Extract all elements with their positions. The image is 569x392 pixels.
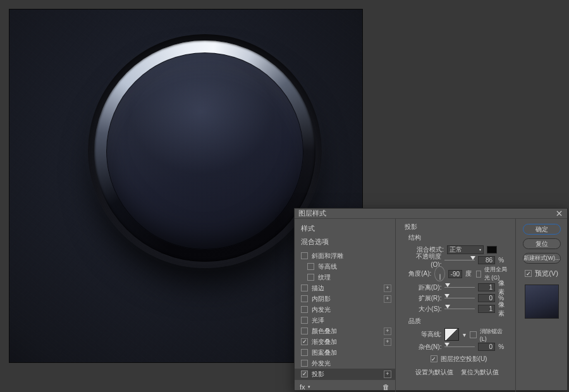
- opacity-slider[interactable]: [444, 257, 475, 264]
- section-drop-shadow: 投影: [405, 223, 509, 231]
- chevron-down-icon: ▾: [308, 384, 310, 389]
- dialog-titlebar[interactable]: 图层样式: [295, 209, 567, 219]
- unit-px: 像素: [498, 300, 509, 318]
- style-checkbox[interactable]: [301, 371, 308, 377]
- distance-input[interactable]: 1: [478, 283, 495, 291]
- style-checkbox[interactable]: [301, 328, 308, 334]
- shadow-color-swatch[interactable]: [487, 246, 497, 254]
- style-label: 外发光: [312, 359, 391, 368]
- unit-degree: 度: [465, 269, 473, 278]
- add-effect-icon[interactable]: +: [384, 295, 391, 303]
- label-opacity: 不透明度(O):: [408, 252, 441, 268]
- style-row-11[interactable]: 投影+: [295, 369, 395, 379]
- global-light-checkbox[interactable]: [476, 271, 481, 278]
- style-row-0[interactable]: 斜面和浮雕: [295, 250, 395, 261]
- preview-toggle-row: 预览(V): [525, 269, 558, 278]
- size-slider[interactable]: [444, 306, 475, 312]
- ok-button[interactable]: 确定: [523, 224, 561, 235]
- style-row-5[interactable]: 内发光: [295, 304, 395, 315]
- style-row-2[interactable]: 纹理: [295, 272, 395, 283]
- antialias-checkbox[interactable]: [470, 331, 476, 338]
- knockout-checkbox[interactable]: [431, 355, 437, 362]
- style-label: 颜色叠加: [312, 327, 384, 336]
- add-effect-icon[interactable]: +: [384, 371, 391, 378]
- style-checkbox[interactable]: [301, 285, 308, 291]
- style-row-9[interactable]: 图案叠加: [295, 347, 395, 358]
- style-checkbox[interactable]: [307, 274, 314, 281]
- spread-slider[interactable]: [444, 295, 475, 302]
- right-column: 确定 复位 新建样式(W)... 预览(V): [516, 219, 567, 392]
- style-label: 图案叠加: [312, 348, 391, 357]
- distance-slider[interactable]: [444, 285, 475, 291]
- section-structure: 结构: [408, 233, 509, 242]
- row-size: 大小(S): 1 像素: [408, 303, 509, 314]
- artwork-ring: [88, 34, 322, 268]
- label-noise: 杂色(N):: [408, 343, 441, 352]
- style-checkbox[interactable]: [301, 252, 308, 259]
- style-label: 纹理: [318, 273, 391, 282]
- label-spread: 扩展(R):: [408, 294, 441, 303]
- row-knockout: 图层挖空投影(U): [408, 353, 509, 364]
- dialog-title: 图层样式: [298, 209, 554, 218]
- row-contour: 等高线: ▾ 消除锯齿 (L): [408, 328, 509, 341]
- style-label: 渐变叠加: [312, 338, 384, 346]
- style-label: 斜面和浮雕: [312, 252, 391, 260]
- opacity-input[interactable]: 86: [478, 256, 495, 264]
- style-row-1[interactable]: 等高线: [295, 261, 395, 272]
- reset-default-button[interactable]: 复位为默认值: [461, 368, 499, 377]
- style-label: 投影: [312, 370, 384, 379]
- row-opacity: 不透明度(O): 86 %: [408, 255, 509, 266]
- style-row-7[interactable]: 颜色叠加+: [295, 326, 395, 336]
- new-style-button[interactable]: 新建样式(W)...: [523, 253, 561, 264]
- style-preview-swatch: [525, 285, 559, 319]
- add-effect-icon[interactable]: +: [384, 328, 391, 335]
- defaults-row: 设置为默认值 复位为默认值: [405, 368, 509, 377]
- style-row-8[interactable]: 渐变叠加+: [295, 336, 395, 347]
- add-effect-icon[interactable]: +: [384, 285, 391, 292]
- unit-percent: %: [498, 257, 509, 264]
- style-row-10[interactable]: 外发光: [295, 358, 395, 369]
- angle-input[interactable]: -90: [448, 270, 462, 278]
- section-quality: 品质: [408, 317, 509, 326]
- preview-checkbox[interactable]: [525, 270, 532, 277]
- trash-icon[interactable]: 🗑: [382, 383, 390, 391]
- style-checkbox[interactable]: [301, 317, 308, 324]
- fx-menu[interactable]: fx ▾: [300, 383, 310, 391]
- styles-footer: fx ▾ 🗑: [295, 379, 395, 392]
- style-label: 等高线: [318, 262, 391, 271]
- chevron-down-icon[interactable]: ▾: [462, 331, 467, 338]
- add-effect-icon[interactable]: +: [384, 338, 391, 346]
- artwork-metal-ring: [94, 40, 315, 262]
- row-distance: 距离(D): 1 像素: [408, 282, 509, 293]
- style-row-4[interactable]: 内阴影+: [295, 293, 395, 304]
- spread-input[interactable]: 0: [478, 294, 495, 302]
- style-label: 内发光: [312, 305, 391, 314]
- styles-heading: 样式: [295, 223, 395, 236]
- size-input[interactable]: 1: [478, 305, 495, 313]
- blend-mode-select[interactable]: 正常 ▾: [447, 245, 484, 254]
- row-spread: 扩展(R): 0 %: [408, 293, 509, 303]
- style-row-3[interactable]: 描边+: [295, 283, 395, 293]
- row-noise: 杂色(N): 0 %: [408, 341, 509, 352]
- style-label: 光泽: [312, 316, 391, 325]
- label-knockout: 图层挖空投影(U): [441, 355, 487, 364]
- angle-dial[interactable]: [434, 266, 444, 281]
- noise-slider[interactable]: [444, 344, 475, 350]
- style-checkbox[interactable]: [301, 338, 308, 345]
- label-distance: 距离(D):: [408, 283, 441, 292]
- controls-column: 投影 结构 混合模式: 正常 ▾ 不透明度(O): 86 % 角度(A): -9…: [396, 219, 516, 392]
- style-checkbox[interactable]: [307, 263, 314, 270]
- label-antialias: 消除锯齿 (L): [480, 328, 509, 342]
- close-icon[interactable]: [554, 209, 563, 218]
- style-checkbox[interactable]: [301, 295, 308, 302]
- style-checkbox[interactable]: [301, 349, 308, 356]
- style-label: 描边: [312, 284, 384, 293]
- blend-options-heading[interactable]: 混合选项: [295, 236, 395, 250]
- cancel-button[interactable]: 复位: [523, 238, 561, 249]
- noise-input[interactable]: 0: [478, 343, 495, 351]
- contour-picker[interactable]: [444, 328, 459, 341]
- style-row-6[interactable]: 光泽: [295, 315, 395, 326]
- make-default-button[interactable]: 设置为默认值: [415, 368, 453, 377]
- style-checkbox[interactable]: [301, 360, 308, 367]
- style-checkbox[interactable]: [301, 306, 308, 313]
